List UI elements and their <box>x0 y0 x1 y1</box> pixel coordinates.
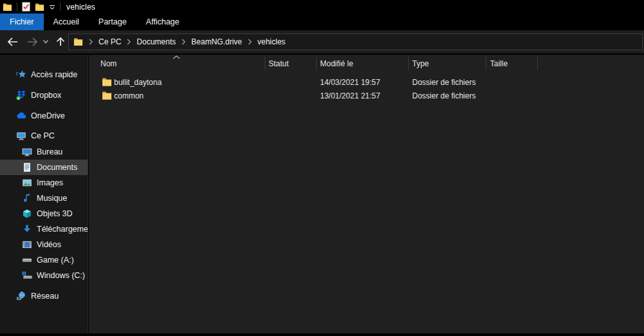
qat-separator <box>60 3 61 11</box>
window-title: vehicles <box>66 3 95 12</box>
tab-partage[interactable]: Partage <box>89 14 137 30</box>
file-row-common[interactable]: common 13/01/2021 21:57 Dossier de fichi… <box>89 89 644 103</box>
sidebar-item-label: Windows (C:) <box>37 271 85 280</box>
sidebar-item-documents[interactable]: Documents <box>0 160 88 175</box>
breadcrumb-segment-beamng-drive[interactable]: BeamNG.drive <box>191 37 242 46</box>
tab-affichage[interactable]: Affichage <box>137 14 189 30</box>
sidebar-item-windows-drive[interactable]: Windows (C:) <box>0 268 88 283</box>
titlebar: vehicles <box>0 0 644 14</box>
column-divider[interactable] <box>316 57 317 70</box>
file-name[interactable]: bullit_daytona <box>114 78 162 87</box>
sidebar-item-label: Bureau <box>37 147 62 156</box>
file-modified-date: 14/03/2021 19:57 <box>320 78 380 87</box>
back-arrow-icon[interactable] <box>6 36 19 48</box>
breadcrumb-segment-documents[interactable]: Documents <box>137 37 176 46</box>
sidebar-item-bureau[interactable]: Bureau <box>0 144 88 160</box>
sort-ascending-icon <box>173 55 180 59</box>
file-modified-date: 13/01/2021 21:57 <box>320 91 380 100</box>
recent-locations-chevron-icon[interactable] <box>43 39 49 44</box>
quick-access-star-icon <box>16 70 26 80</box>
windows-drive-icon <box>22 270 32 281</box>
this-pc-monitor-icon <box>16 131 26 141</box>
3d-objects-cube-icon <box>22 209 32 219</box>
tab-fichier[interactable]: Fichier <box>0 14 44 30</box>
tab-accueil[interactable]: Accueil <box>44 14 89 30</box>
sidebar-item-reseau[interactable]: Réseau <box>0 288 88 304</box>
downloads-arrow-icon <box>22 224 32 234</box>
sidebar-item-label: Documents <box>37 163 77 172</box>
sidebar-item-dropbox[interactable]: Dropbox <box>0 88 88 103</box>
up-arrow-icon[interactable] <box>55 36 66 48</box>
sidebar-item-label: Dropbox <box>31 91 61 100</box>
file-explorer-window: vehicles Fichier Accueil Partage Afficha… <box>0 0 644 336</box>
navigation-toolbar: Ce PC Documents BeamNG.drive vehicles <box>0 30 644 55</box>
sidebar-item-label: Vidéos <box>37 240 61 249</box>
sidebar-item-musique[interactable]: Musique <box>0 191 88 206</box>
folder-icon <box>102 77 112 87</box>
music-note-icon <box>22 193 32 203</box>
sidebar-item-onedrive[interactable]: OneDrive <box>0 108 88 124</box>
column-divider[interactable] <box>408 57 409 70</box>
column-header-taille[interactable]: Taille <box>490 59 507 68</box>
column-header-type[interactable]: Type <box>412 59 429 68</box>
file-list-pane: Nom Statut Modifié le Type Taille bullit… <box>89 55 644 333</box>
sidebar-item-label: OneDrive <box>31 111 65 120</box>
column-headers: Nom Statut Modifié le Type Taille <box>89 55 644 72</box>
column-header-statut[interactable]: Statut <box>269 59 289 68</box>
explorer-folder-icon <box>3 3 12 12</box>
network-globe-icon <box>16 291 26 301</box>
sidebar-item-label: Game (A:) <box>37 256 74 265</box>
folder-icon <box>102 91 112 100</box>
drive-icon <box>22 255 32 265</box>
breadcrumb-chevron-icon <box>248 39 252 45</box>
pictures-icon <box>22 178 32 188</box>
videos-film-icon <box>22 239 32 250</box>
sidebar-item-label: Téléchargements <box>37 225 88 234</box>
onedrive-cloud-icon <box>16 111 26 121</box>
column-header-modifie-le[interactable]: Modifié le <box>320 59 353 68</box>
column-divider[interactable] <box>486 57 486 70</box>
column-divider[interactable] <box>265 57 265 70</box>
file-row-bullit-daytona[interactable]: bullit_daytona 14/03/2021 19:57 Dossier … <box>89 76 644 89</box>
desktop-icon <box>22 147 32 157</box>
column-header-nom[interactable]: Nom <box>100 59 117 68</box>
ribbon-tabbar: Fichier Accueil Partage Affichage <box>0 14 644 30</box>
sidebar-item-images[interactable]: Images <box>0 175 88 191</box>
qat-customize-chevron-icon[interactable] <box>49 4 55 10</box>
file-type: Dossier de fichiers <box>412 91 476 100</box>
sidebar-item-game-drive[interactable]: Game (A:) <box>0 252 88 268</box>
sidebar-item-label: Musique <box>37 194 67 203</box>
breadcrumb-chevron-icon <box>127 39 131 45</box>
sidebar-item-label: Images <box>37 178 63 187</box>
properties-check-icon[interactable] <box>22 2 30 12</box>
sidebar-item-label: Réseau <box>31 292 59 301</box>
breadcrumb-chevron-icon[interactable] <box>89 39 93 45</box>
bottom-edge <box>0 333 644 336</box>
forward-arrow-icon[interactable] <box>26 36 39 48</box>
sidebar-item-label: Accès rapide <box>31 70 77 79</box>
address-bar[interactable]: Ce PC Documents BeamNG.drive vehicles <box>68 33 643 50</box>
breadcrumb: Ce PC Documents BeamNG.drive vehicles <box>99 37 285 46</box>
file-type: Dossier de fichiers <box>412 78 476 87</box>
sidebar-item-telechargements[interactable]: Téléchargements <box>0 221 88 237</box>
sidebar-item-acces-rapide[interactable]: Accès rapide <box>0 67 88 82</box>
breadcrumb-segment-ce-pc[interactable]: Ce PC <box>99 37 121 46</box>
navigation-pane: Accès rapide Dropbox OneDrive Ce PC Bure <box>0 55 88 333</box>
breadcrumb-segment-vehicles[interactable]: vehicles <box>258 37 285 46</box>
documents-icon <box>22 162 32 173</box>
folder-icon <box>73 37 83 46</box>
column-divider[interactable] <box>537 57 538 70</box>
breadcrumb-chevron-icon <box>182 39 185 45</box>
sidebar-item-ce-pc[interactable]: Ce PC <box>0 128 88 144</box>
sidebar-item-label: Objets 3D <box>37 209 73 218</box>
sidebar-item-videos[interactable]: Vidéos <box>0 237 88 252</box>
qat-separator <box>17 3 17 11</box>
sidebar-item-label: Ce PC <box>31 131 55 140</box>
sidebar-item-objets-3d[interactable]: Objets 3D <box>0 206 88 221</box>
dropbox-icon <box>16 90 26 100</box>
file-name[interactable]: common <box>114 91 144 100</box>
new-folder-icon[interactable] <box>35 3 44 12</box>
